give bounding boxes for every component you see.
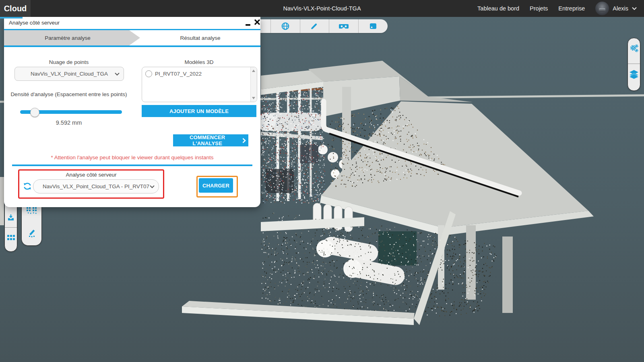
- top-bar: NavVis-VLX-Point-Cloud-TGA Cloud Tableau…: [0, 0, 644, 17]
- density-value: 9.592 mm: [8, 119, 130, 126]
- snapshot-button[interactable]: [359, 19, 388, 33]
- listbox-scrollbar[interactable]: [250, 67, 257, 102]
- point-cloud-label: Nuage de points: [14, 59, 123, 65]
- accent-strip: [0, 17, 23, 19]
- minimize-icon: [246, 24, 250, 26]
- slider-handle[interactable]: [30, 108, 39, 117]
- dialog-tabs: Paramètre analyse Résultat analyse: [4, 30, 260, 45]
- layers-icon: [629, 70, 639, 79]
- vr-headset-icon: [339, 22, 349, 31]
- brush-icon: [310, 22, 319, 31]
- nav-company[interactable]: Entreprise: [558, 5, 585, 12]
- grid-icon: [7, 235, 15, 241]
- scene-settings-button[interactable]: [628, 41, 640, 55]
- divider: [5, 227, 17, 228]
- server-analysis-highlight: Analyse côté serveur NavVis_VLX_Point_Cl…: [18, 169, 164, 199]
- charger-highlight: CHARGER: [196, 176, 238, 197]
- server-analysis-select[interactable]: NavVis_VLX_Point_Cloud_TGA - PI_RVT07: [33, 179, 159, 193]
- globe-button[interactable]: [271, 19, 300, 33]
- user-name: Alexis: [613, 5, 628, 12]
- viewer-3d-canvas[interactable]: NavVis-VLX-Point-Cloud-TGA Cloud Tableau…: [0, 0, 644, 362]
- refresh-button[interactable]: [23, 181, 32, 191]
- chevron-down-icon: [632, 7, 637, 10]
- point-cloud-dots-icon: [27, 207, 37, 215]
- add-model-button[interactable]: AJOUTER UN MODÈLE: [142, 105, 256, 117]
- scroll-up-icon[interactable]: [252, 70, 255, 72]
- point-cloud-select[interactable]: NavVis_VLX_Point_Cloud_TGA: [14, 67, 124, 81]
- refresh-icon: [23, 181, 32, 191]
- minimize-button[interactable]: [245, 19, 251, 26]
- download-button[interactable]: [5, 210, 17, 225]
- paint-button[interactable]: [300, 19, 330, 33]
- server-analysis-label: Analyse côté serveur: [19, 172, 163, 178]
- nav-dashboard[interactable]: Tableau de bord: [477, 5, 519, 12]
- dialog-title: Analyse côté serveur: [9, 20, 60, 26]
- chevron-right-icon: [242, 138, 246, 143]
- user-menu[interactable]: Alexis: [595, 2, 637, 15]
- layers-button[interactable]: [628, 67, 640, 82]
- right-toolbar: [627, 38, 640, 91]
- avatar[interactable]: [595, 2, 609, 15]
- nav-projects[interactable]: Projets: [530, 5, 548, 12]
- start-analysis-button[interactable]: COMMENCER L'ANALYSE: [173, 134, 248, 146]
- scroll-down-icon[interactable]: [252, 97, 255, 99]
- divider: [4, 45, 260, 47]
- close-icon: [254, 19, 261, 26]
- close-button[interactable]: [254, 19, 261, 26]
- model-option[interactable]: PI_RVT07_V_2022: [145, 70, 202, 77]
- models3d-listbox: PI_RVT07_V_2022: [142, 67, 257, 102]
- radio-icon[interactable]: [145, 70, 152, 77]
- settings-gears-icon: [629, 43, 639, 53]
- vr-button[interactable]: [329, 19, 359, 33]
- models3d-label: Modèles 3D: [142, 59, 256, 65]
- viewer-toolbar: [242, 19, 388, 33]
- tab-resultat-analyse[interactable]: Résultat analyse: [140, 30, 260, 45]
- divider: [12, 165, 252, 166]
- charger-button[interactable]: CHARGER: [199, 178, 233, 193]
- globe-icon: [281, 22, 290, 31]
- grid-button[interactable]: [5, 230, 17, 245]
- annotate-button[interactable]: [22, 225, 41, 240]
- tab-parametre-analyse[interactable]: Paramètre analyse: [4, 30, 140, 45]
- annotate-pen-icon: [27, 228, 37, 237]
- snapshot-icon: [369, 22, 377, 30]
- chevron-down-icon: [115, 72, 120, 76]
- chevron-down-icon: [150, 185, 155, 188]
- analysis-dialog: Analyse côté serveur Paramètre analyse R…: [4, 17, 260, 207]
- density-slider[interactable]: [20, 110, 122, 114]
- density-label: Densité d'analyse (Espacement entre les …: [8, 90, 130, 99]
- app-logo[interactable]: Cloud: [0, 0, 31, 17]
- analysis-warning: * Attention l'analyse peut bloquer le vi…: [4, 154, 260, 160]
- download-icon: [7, 214, 15, 222]
- divider: [628, 64, 640, 64]
